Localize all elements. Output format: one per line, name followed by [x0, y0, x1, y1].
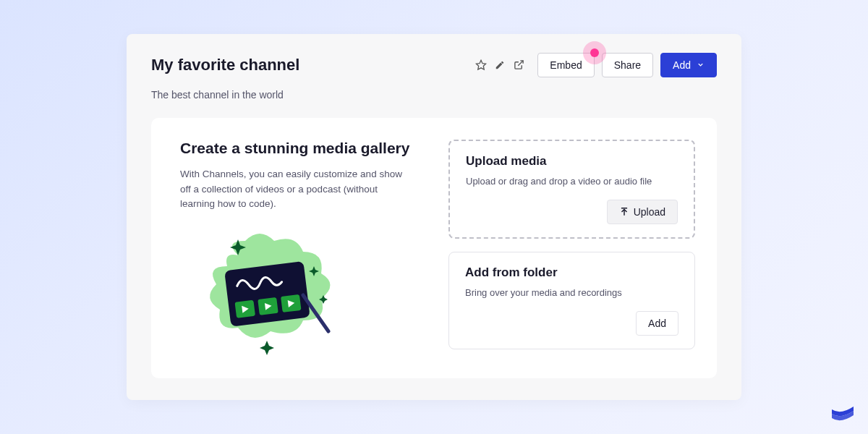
- page-subtitle: The best channel in the world: [151, 89, 717, 101]
- embed-button-wrap: Embed: [537, 53, 594, 77]
- external-link-icon[interactable]: [513, 59, 524, 71]
- star-icon[interactable]: [475, 59, 487, 71]
- folder-box-description: Bring over your media and recordings: [465, 287, 678, 298]
- page-title: My favorite channel: [151, 56, 299, 75]
- gallery-illustration: [195, 226, 361, 357]
- upload-title: Upload media: [466, 154, 678, 169]
- action-boxes: Upload media Upload or drag and drop a v…: [448, 140, 695, 357]
- add-button[interactable]: Add: [660, 53, 717, 77]
- channel-panel: My favorite channel Embed Share Add The …: [127, 34, 741, 401]
- upload-dropzone[interactable]: Upload media Upload or drag and drop a v…: [448, 140, 695, 239]
- svg-line-1: [518, 61, 523, 66]
- svg-marker-0: [477, 60, 486, 69]
- upload-icon: [619, 207, 629, 217]
- add-button-label: Add: [673, 59, 691, 71]
- folder-box-title: Add from folder: [465, 265, 678, 280]
- chevron-down-icon: [697, 61, 705, 69]
- embed-button[interactable]: Embed: [537, 53, 594, 77]
- add-from-folder-box: Add from folder Bring over your media an…: [448, 252, 695, 349]
- upload-button[interactable]: Upload: [607, 200, 678, 224]
- folder-add-button-label: Add: [648, 318, 666, 329]
- main-card: Create a stunning media gallery With Cha…: [151, 118, 717, 379]
- gallery-heading: Create a stunning media gallery: [180, 140, 427, 157]
- folder-add-button[interactable]: Add: [636, 311, 678, 336]
- gallery-description: With Channels, you can easily customize …: [180, 167, 412, 213]
- upload-button-label: Upload: [634, 206, 665, 218]
- gallery-intro: Create a stunning media gallery With Cha…: [180, 140, 427, 357]
- header-row: My favorite channel Embed Share Add: [151, 53, 717, 77]
- share-button[interactable]: Share: [602, 53, 653, 77]
- hotspot-indicator-icon: [590, 48, 599, 57]
- pencil-icon[interactable]: [494, 59, 506, 71]
- upload-description: Upload or drag and drop a video or audio…: [466, 176, 678, 187]
- header-icon-group: [475, 59, 524, 71]
- brand-logo-icon: [830, 402, 855, 424]
